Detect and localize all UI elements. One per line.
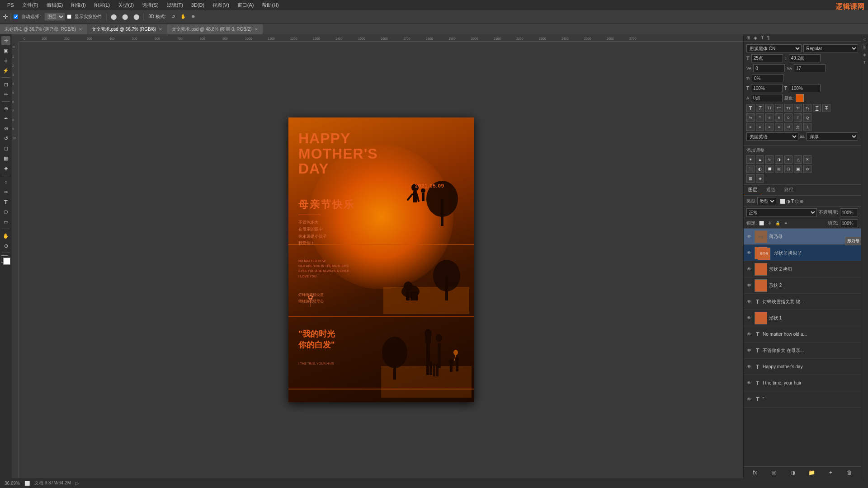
show-transform-checkbox[interactable] (67, 14, 71, 19)
bold-italic-button[interactable]: TT (765, 104, 774, 112)
hand-tool[interactable]: ✋ (1, 231, 10, 240)
layer-item-7[interactable]: 👁 T No matter how old a... (744, 326, 861, 343)
small-caps-button[interactable]: Tᴛ (784, 104, 793, 112)
layer-group-button[interactable]: 📁 (807, 468, 816, 477)
v-scale-input[interactable] (789, 84, 821, 92)
move-tool[interactable]: ✛ (1, 36, 10, 45)
foreground-color[interactable] (1, 255, 11, 265)
photo-adj-btn[interactable]: 🔲 (765, 165, 774, 173)
text-tool[interactable]: T (1, 197, 10, 206)
layer-3-visibility[interactable]: 👁 (745, 266, 753, 273)
layer-item-8[interactable]: 👁 T 不管你多大 在母亲... (744, 343, 861, 359)
menu-ps[interactable]: PS (4, 1, 18, 9)
baseline-input[interactable] (751, 94, 783, 102)
levels-adj-btn[interactable]: ▲ (756, 155, 764, 164)
layer-6-visibility[interactable]: 👁 (745, 314, 753, 322)
layer-item-11[interactable]: 👁 T " (744, 391, 861, 408)
filter-text-icon[interactable]: T (791, 199, 794, 204)
mini-icon-3[interactable]: T (862, 59, 868, 66)
mini-icon-1[interactable]: ⊞ (862, 44, 868, 50)
menu-select[interactable]: 选择(S) (138, 1, 162, 9)
font-style-select[interactable]: Regular (803, 44, 859, 52)
layer-item-6[interactable]: 👁 形状 1 (744, 310, 861, 326)
align-center-icon[interactable]: ⬤ (120, 13, 130, 21)
poster-canvas[interactable]: HAPPY MOTHER'S DAY 2021.05.09 母亲节快乐 不管你多… (288, 117, 474, 402)
menu-window[interactable]: 窗口(A) (234, 1, 258, 9)
exposure-adj-btn[interactable]: ◑ (775, 155, 783, 164)
underline-button[interactable]: T (813, 104, 821, 112)
dodge-tool[interactable]: ○ (1, 178, 10, 187)
blend-mode-select[interactable]: 正常 (746, 208, 817, 216)
lasso-tool[interactable]: ⌾ (1, 56, 10, 65)
layer-item-10[interactable]: 👁 T I the time, your hair (744, 375, 861, 391)
lock-art-icon[interactable]: ✒ (783, 220, 789, 226)
history-tool[interactable]: ↺ (1, 134, 10, 143)
panel-icon-char[interactable]: T (761, 35, 764, 40)
filter-pixel-icon[interactable]: ⬜ (780, 199, 785, 204)
new-layer-button[interactable]: + (826, 468, 835, 477)
path-select-tool[interactable]: ⬡ (1, 207, 10, 216)
layer-fx-button[interactable]: fx (750, 468, 760, 477)
3d-pan-icon[interactable]: ✋ (179, 13, 188, 20)
layer-item-3[interactable]: 👁 形状 2 拷贝 (744, 261, 861, 277)
hsl-adj-btn[interactable]: △ (794, 155, 802, 164)
menu-file[interactable]: 文件(F) (19, 1, 42, 9)
invert-adj-btn[interactable]: ⊡ (784, 165, 793, 173)
menu-filter[interactable]: 滤镜(T) (163, 1, 187, 9)
menu-edit[interactable]: 编辑(E) (43, 1, 67, 9)
leading-percent-input[interactable] (752, 74, 783, 82)
aa-method-select[interactable]: 浑厚 (807, 132, 859, 141)
pen-tool[interactable]: ✑ (1, 188, 10, 197)
titling-button[interactable]: T (794, 113, 802, 122)
menu-image[interactable]: 图像(I) (67, 1, 89, 9)
mini-icon-2[interactable]: ◈ (862, 52, 868, 58)
layer-11-visibility[interactable]: 👁 (745, 396, 753, 403)
font-size-input[interactable] (751, 54, 783, 62)
align-left-icon[interactable]: ⬤ (109, 13, 118, 21)
layer-item-1[interactable]: 👁 img 薄乃母 (744, 229, 861, 245)
stylistic-button[interactable]: Q (803, 113, 811, 122)
layer-4-visibility[interactable]: 👁 (745, 282, 753, 289)
threshold-adj-btn[interactable]: ⊘ (803, 165, 811, 173)
bold-button[interactable]: T (746, 104, 755, 112)
kerning-input[interactable] (753, 64, 785, 72)
layer-item-5[interactable]: 👁 T 灯蜂映雪指尖意 锦... (744, 294, 861, 310)
layer-8-visibility[interactable]: 👁 (745, 347, 753, 354)
3d-mode-icon[interactable]: 3D 模式: (146, 13, 167, 21)
filter-type-select[interactable]: 类型 (757, 197, 776, 205)
ordinal-button[interactable]: ª (756, 113, 764, 122)
justify-btn[interactable]: ≡ (775, 123, 783, 131)
lock-all-icon[interactable]: 🔒 (775, 220, 781, 226)
layer-7-visibility[interactable]: 👁 (745, 331, 753, 338)
filter-shape-icon[interactable]: ⬡ (795, 199, 799, 204)
align-right-icon[interactable]: ⬤ (132, 13, 141, 21)
eraser-tool[interactable]: ◻ (1, 144, 10, 153)
channel-adj-btn[interactable]: ⊠ (775, 165, 783, 173)
3d-zoom-icon[interactable]: ⊕ (189, 13, 197, 20)
paths-tab[interactable]: 路径 (780, 185, 798, 195)
layer-10-visibility[interactable]: 👁 (745, 380, 753, 387)
bw-adj-btn[interactable]: ◐ (756, 165, 764, 173)
filter-adj-icon[interactable]: ◑ (786, 199, 790, 204)
zoom-tool[interactable]: ⊕ (1, 241, 10, 250)
filter-smart-icon[interactable]: ⊕ (800, 199, 803, 204)
layer-adjustment-button[interactable]: ◑ (788, 468, 797, 477)
crop-tool[interactable]: ⊡ (1, 80, 10, 89)
shape-tool[interactable]: ▭ (1, 217, 10, 226)
vibrance-adj-btn[interactable]: ✦ (784, 155, 793, 164)
rotate-btn[interactable]: ↺ (784, 123, 793, 131)
strikethrough-button[interactable]: T (822, 104, 830, 112)
eyedropper-tool[interactable]: ✏ (1, 90, 10, 99)
marquee-tool[interactable]: ▣ (1, 46, 10, 55)
font-family-select[interactable]: 思源黑体 CN (746, 44, 802, 52)
magic-wand-tool[interactable]: ⚡ (1, 66, 10, 75)
color-swatch[interactable] (796, 94, 804, 102)
frac-button[interactable]: ½ (746, 113, 755, 122)
menu-layer[interactable]: 图层(L) (90, 1, 113, 9)
align-left-text-btn[interactable]: ≡ (746, 123, 755, 131)
tab-3-close[interactable]: ✕ (255, 27, 258, 32)
layer-9-visibility[interactable]: 👁 (745, 363, 753, 371)
all-caps-button[interactable]: TT (775, 104, 783, 112)
align-right-text-btn[interactable]: ≡ (765, 123, 774, 131)
layer-item-4[interactable]: 👁 形状 2 (744, 277, 861, 294)
